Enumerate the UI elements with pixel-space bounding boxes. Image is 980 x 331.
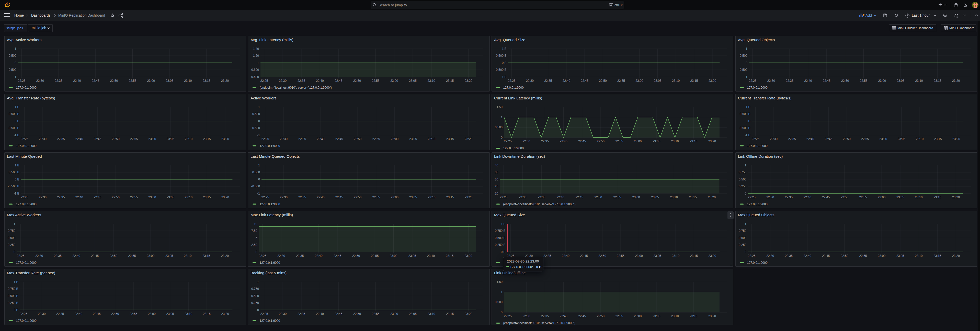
svg-text:22:55: 22:55 <box>129 79 136 82</box>
svg-text:23:20: 23:20 <box>465 79 473 82</box>
svg-text:22:40: 22:40 <box>563 79 570 82</box>
svg-text:22:25: 22:25 <box>261 137 269 141</box>
svg-text:23:05: 23:05 <box>167 196 174 199</box>
svg-text:23:00: 23:00 <box>390 79 398 82</box>
svg-text:1: 1 <box>258 105 260 109</box>
svg-text:0: 0 <box>745 192 746 195</box>
svg-text:-0.500 B: -0.500 B <box>8 126 19 130</box>
svg-text:23:20: 23:20 <box>708 254 716 258</box>
svg-text:23:00: 23:00 <box>635 254 643 258</box>
svg-text:10: 10 <box>254 222 258 226</box>
svg-text:22:35: 22:35 <box>785 254 793 258</box>
svg-text:22:40: 22:40 <box>557 196 564 199</box>
svg-text:0.250: 0.250 <box>739 185 746 188</box>
svg-text:22:30: 22:30 <box>522 314 530 318</box>
svg-text:23:20: 23:20 <box>952 137 960 141</box>
svg-text:0.500 B: 0.500 B <box>9 112 19 116</box>
svg-text:22:25: 22:25 <box>748 254 756 258</box>
svg-text:23:05: 23:05 <box>167 137 174 141</box>
svg-text:22:40: 22:40 <box>75 196 83 199</box>
svg-text:22:25: 22:25 <box>17 254 25 258</box>
svg-text:23:00: 23:00 <box>634 140 641 143</box>
svg-text:-0.500: -0.500 <box>251 126 260 130</box>
svg-text:22:55: 22:55 <box>372 137 380 141</box>
svg-text:-1 B: -1 B <box>14 192 19 195</box>
svg-text:22:50: 22:50 <box>354 137 361 141</box>
svg-text:23:05: 23:05 <box>409 196 417 199</box>
svg-text:22:55: 22:55 <box>860 79 867 82</box>
svg-text:23:00: 23:00 <box>878 196 885 199</box>
svg-text:23:05: 23:05 <box>165 79 173 82</box>
svg-text:22:30: 22:30 <box>277 254 285 258</box>
svg-text:22:30: 22:30 <box>39 196 46 199</box>
svg-text:22:45: 22:45 <box>94 196 101 199</box>
svg-text:22:30: 22:30 <box>38 312 46 316</box>
svg-text:23:00: 23:00 <box>634 314 641 318</box>
svg-text:23:20: 23:20 <box>221 137 229 141</box>
svg-text:22:35: 22:35 <box>786 79 794 82</box>
svg-text:0.250 B: 0.250 B <box>495 243 505 247</box>
svg-text:0.750: 0.750 <box>251 287 259 291</box>
svg-text:1: 1 <box>257 61 259 64</box>
svg-text:23:00: 23:00 <box>879 137 887 141</box>
svg-text:22:55: 22:55 <box>859 254 867 258</box>
svg-text:22:50: 22:50 <box>111 312 119 316</box>
svg-text:0.500: 0.500 <box>495 300 503 304</box>
svg-text:23:05: 23:05 <box>166 312 174 316</box>
svg-text:40: 40 <box>495 164 498 167</box>
svg-text:23:05: 23:05 <box>653 254 661 258</box>
svg-text:0 B: 0 B <box>746 119 750 123</box>
svg-text:22:30: 22:30 <box>35 254 43 258</box>
svg-text:22:35: 22:35 <box>296 254 304 258</box>
svg-text:23:00: 23:00 <box>878 254 885 258</box>
svg-text:0: 0 <box>501 310 503 314</box>
svg-text:23:10: 23:10 <box>672 79 680 82</box>
svg-text:-1: -1 <box>14 75 16 78</box>
svg-text:22:50: 22:50 <box>841 254 848 258</box>
svg-text:20: 20 <box>495 192 498 195</box>
svg-text:22:35: 22:35 <box>544 79 552 82</box>
svg-text:22:40: 22:40 <box>73 254 80 258</box>
svg-text:0 B: 0 B <box>14 178 19 181</box>
svg-text:22:50: 22:50 <box>110 254 117 258</box>
svg-text:23:15: 23:15 <box>446 254 453 258</box>
svg-text:23:10: 23:10 <box>672 254 679 258</box>
svg-text:22:55: 22:55 <box>372 196 380 199</box>
svg-text:22:40: 22:40 <box>562 254 570 258</box>
svg-text:0 B: 0 B <box>14 119 19 123</box>
svg-text:22:55: 22:55 <box>859 196 867 199</box>
svg-text:23:15: 23:15 <box>934 137 942 141</box>
svg-text:1.50: 1.50 <box>496 105 503 109</box>
svg-text:5: 5 <box>256 236 258 239</box>
svg-text:23:10: 23:10 <box>670 196 678 199</box>
svg-text:23:00: 23:00 <box>635 79 643 82</box>
svg-text:23:15: 23:15 <box>446 79 454 82</box>
svg-text:22:50: 22:50 <box>353 312 361 316</box>
svg-text:-1 B: -1 B <box>14 134 19 137</box>
svg-text:0.250: 0.250 <box>8 243 15 247</box>
svg-text:22:35: 22:35 <box>57 137 65 141</box>
svg-text:0.500 B: 0.500 B <box>8 294 18 298</box>
svg-text:0.250: 0.250 <box>251 301 259 305</box>
svg-text:0: 0 <box>501 136 503 139</box>
svg-text:1 B: 1 B <box>502 47 506 50</box>
svg-text:127.0.0.1:9000: 127.0.0.1:9000 <box>747 261 768 264</box>
svg-text:22:50: 22:50 <box>594 196 602 199</box>
svg-text:22:30: 22:30 <box>766 254 774 258</box>
svg-text:23:15: 23:15 <box>934 254 941 258</box>
svg-text:0: 0 <box>257 308 259 312</box>
svg-text:22:40: 22:40 <box>807 137 814 141</box>
svg-text:7.50: 7.50 <box>251 229 258 232</box>
svg-text:22:45: 22:45 <box>94 137 101 141</box>
svg-text:23:00: 23:00 <box>148 137 156 141</box>
svg-text:22:55: 22:55 <box>130 137 138 141</box>
svg-text:22:30: 22:30 <box>279 79 286 82</box>
svg-text:1: 1 <box>257 280 259 284</box>
svg-text:23:10: 23:10 <box>427 312 435 316</box>
svg-text:-1: -1 <box>257 192 260 195</box>
svg-text:0: 0 <box>256 250 258 253</box>
svg-text:22:55: 22:55 <box>371 254 379 258</box>
svg-text:23:15: 23:15 <box>689 196 697 199</box>
svg-text:0.500: 0.500 <box>495 126 503 129</box>
svg-text:22:55: 22:55 <box>372 312 379 316</box>
